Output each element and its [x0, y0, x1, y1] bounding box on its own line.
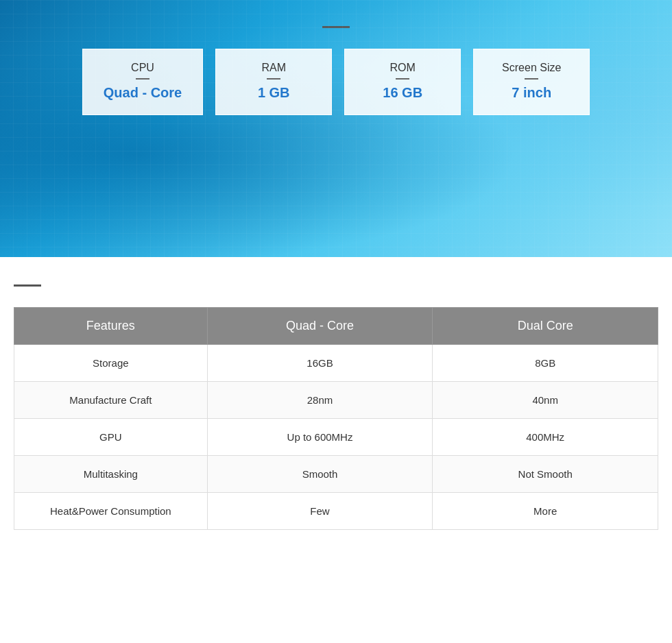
- hero-card-screen-size: Screen Size 7 inch: [473, 49, 590, 115]
- table-cell-dual: 400MHz: [433, 419, 658, 456]
- table-row: Manufacture Craft28nm40nm: [14, 382, 658, 419]
- hero-card-dash: [136, 78, 149, 80]
- table-cell-feature: Multitasking: [14, 456, 208, 493]
- table-cell-dual: More: [433, 493, 658, 530]
- hero-grid-overlay: [0, 0, 672, 257]
- table-row: MultitaskingSmoothNot Smooth: [14, 456, 658, 493]
- hero-title: [0, 0, 672, 21]
- hero-card-label: ROM: [365, 62, 440, 74]
- hero-card-dash: [525, 78, 538, 80]
- table-header: FeaturesQuad - CoreDual Core: [14, 308, 658, 345]
- hero-card-label: RAM: [237, 62, 311, 74]
- table-header-2: Dual Core: [433, 308, 658, 345]
- table-cell-quad: Up to 600MHz: [207, 419, 433, 456]
- table-cell-quad: 16GB: [207, 345, 433, 382]
- hero-card-label: Screen Size: [494, 62, 568, 74]
- section-title-underline: [14, 284, 41, 287]
- table-cell-feature: Heat&Power Consumption: [14, 493, 208, 530]
- hero-card-ram: RAM 1 GB: [215, 49, 332, 115]
- table-cell-feature: GPU: [14, 419, 208, 456]
- hero-card-rom: ROM 16 GB: [344, 49, 461, 115]
- table-body: Storage16GB8GBManufacture Craft28nm40nmG…: [14, 345, 658, 530]
- table-cell-feature: Storage: [14, 345, 208, 382]
- comparison-table: FeaturesQuad - CoreDual Core Storage16GB…: [14, 307, 658, 530]
- hero-card-cpu: CPU Quad - Core: [82, 49, 203, 115]
- hero-card-value: 16 GB: [365, 85, 440, 101]
- table-row: Storage16GB8GB: [14, 345, 658, 382]
- main-content: FeaturesQuad - CoreDual Core Storage16GB…: [0, 257, 672, 557]
- hero-card-dash: [267, 78, 280, 80]
- table-header-row: FeaturesQuad - CoreDual Core: [14, 308, 658, 345]
- table-cell-dual: 8GB: [433, 345, 658, 382]
- hero-card-dash: [396, 78, 409, 80]
- hero-section: CPU Quad - Core RAM 1 GB ROM 16 GB Scree…: [0, 0, 672, 257]
- hero-card-value: Quad - Core: [104, 85, 182, 101]
- table-header-1: Quad - Core: [207, 308, 433, 345]
- table-cell-feature: Manufacture Craft: [14, 382, 208, 419]
- table-cell-quad: Smooth: [207, 456, 433, 493]
- table-cell-dual: 40nm: [433, 382, 658, 419]
- table-cell-quad: Few: [207, 493, 433, 530]
- hero-cards-container: CPU Quad - Core RAM 1 GB ROM 16 GB Scree…: [0, 49, 672, 115]
- hero-card-label: CPU: [104, 62, 182, 74]
- hero-card-value: 7 inch: [494, 85, 568, 101]
- table-cell-quad: 28nm: [207, 382, 433, 419]
- table-cell-dual: Not Smooth: [433, 456, 658, 493]
- table-row: GPUUp to 600MHz400MHz: [14, 419, 658, 456]
- table-header-0: Features: [14, 308, 208, 345]
- table-row: Heat&Power ConsumptionFewMore: [14, 493, 658, 530]
- hero-card-value: 1 GB: [237, 85, 311, 101]
